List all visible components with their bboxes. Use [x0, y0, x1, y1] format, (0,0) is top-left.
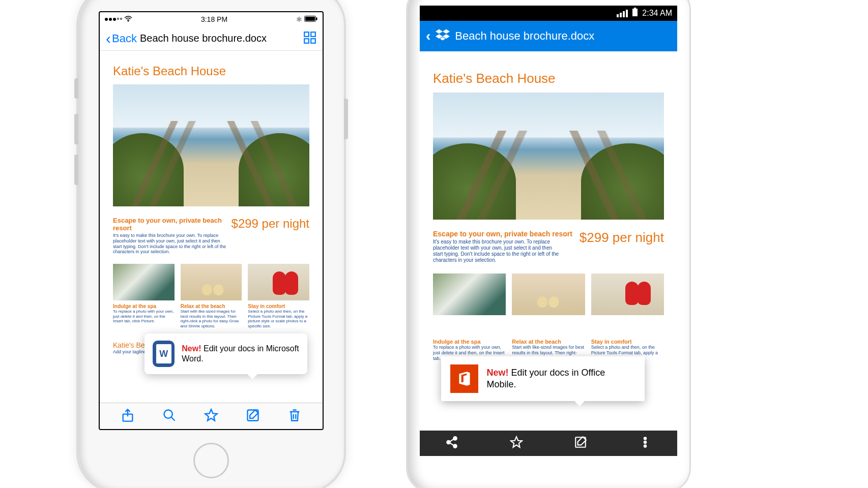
share-button[interactable]	[445, 436, 458, 451]
thumb-caption: Stay in comfort	[591, 339, 664, 345]
back-button[interactable]: ‹	[426, 28, 430, 44]
chevron-left-icon: ‹	[106, 35, 111, 42]
search-button[interactable]	[162, 408, 177, 424]
dropbox-icon	[436, 27, 450, 45]
status-time: 2:34 AM	[642, 9, 672, 18]
android-status-bar: 2:34 AM	[420, 6, 677, 21]
thumb-image	[181, 264, 242, 300]
svg-rect-5	[311, 32, 315, 37]
hero-image	[433, 93, 664, 220]
thumb-beach: Relax at the beach Start with like-sized…	[181, 264, 242, 328]
nav-title: Beach house brochure.docx	[140, 33, 300, 44]
svg-point-9	[164, 410, 172, 418]
favorite-button[interactable]	[204, 408, 218, 424]
svg-rect-4	[304, 32, 309, 37]
thumb-spa: Indulge at the spa To replace a photo wi…	[113, 264, 175, 328]
signal-dots-icon	[105, 18, 122, 21]
svg-point-18	[644, 441, 646, 443]
svg-rect-3	[316, 18, 317, 20]
escape-heading: Escape to your own, private beach resort	[113, 217, 232, 232]
word-app-icon: W	[153, 341, 175, 367]
ios-toolbar	[100, 403, 323, 429]
svg-point-17	[644, 437, 646, 439]
edit-button[interactable]	[246, 408, 260, 424]
svg-point-0	[128, 20, 129, 21]
thumb-comfort: Stay in comfort Select a photo and then,…	[248, 264, 309, 328]
android-nav-bar: ‹ Beach house brochure.docx	[420, 21, 677, 51]
thumb-desc: Start with like-sized images for best re…	[181, 309, 242, 328]
edit-in-office-tooltip[interactable]: New! Edit your docs in Office Mobile.	[441, 356, 645, 401]
ios-status-bar: 3:18 PM ✱	[100, 12, 323, 26]
ios-screen: 3:18 PM ✱ ‹ Back Beach house brochure.do…	[99, 11, 324, 430]
doc-title: Katie's Beach House	[113, 64, 309, 78]
ios-nav-bar: ‹ Back Beach house brochure.docx	[100, 26, 323, 51]
thumb-image	[248, 264, 309, 300]
svg-point-19	[644, 445, 646, 447]
thumb-image	[591, 273, 664, 315]
bluetooth-icon: ✱	[296, 15, 302, 23]
thumb-spa: Indulge at the spa To replace a photo wi…	[433, 273, 506, 361]
thumb-caption: Indulge at the spa	[113, 303, 175, 309]
thumb-image	[433, 273, 506, 315]
android-toolbar	[420, 431, 677, 456]
price-text: $299 per night	[580, 230, 664, 246]
back-button[interactable]: ‹ Back	[106, 32, 137, 45]
escape-body: It's easy to make this brochure your own…	[433, 239, 560, 263]
thumb-image	[512, 273, 585, 315]
hero-image	[113, 84, 309, 206]
thumb-desc: Select a photo and then, on the Picture …	[248, 309, 309, 328]
thumb-comfort: Stay in comfort Select a photo and then,…	[591, 273, 664, 361]
tooltip-message: New! Edit your docs in Office Mobile.	[486, 367, 635, 391]
thumb-caption: Stay in comfort	[248, 303, 309, 309]
signal-icon	[617, 10, 628, 17]
grid-view-button[interactable]	[303, 31, 316, 46]
iphone-frame: 3:18 PM ✱ ‹ Back Beach house brochure.do…	[76, 0, 346, 488]
status-time: 3:18 PM	[201, 15, 227, 23]
back-label: Back	[112, 32, 137, 45]
escape-body: It's easy to make this brochure your own…	[113, 233, 230, 255]
svg-rect-7	[311, 39, 315, 43]
edit-button[interactable]	[574, 436, 587, 451]
battery-icon	[304, 15, 317, 23]
office-app-icon	[450, 364, 478, 393]
android-screen: 2:34 AM ‹ Beach house brochure.docx Kati…	[420, 6, 677, 456]
svg-rect-12	[634, 8, 636, 9]
wifi-icon	[124, 15, 132, 23]
price-text: $299 per night	[232, 217, 309, 231]
thumb-desc: To replace a photo with your own, just d…	[113, 309, 175, 324]
thumb-caption: Relax at the beach	[181, 303, 242, 309]
share-button[interactable]	[121, 408, 135, 424]
thumb-beach: Relax at the beach Start with like-sized…	[512, 273, 585, 361]
home-button[interactable]	[193, 443, 229, 478]
overflow-menu-button[interactable]	[639, 436, 652, 451]
doc-title: Katie's Beach House	[433, 71, 664, 86]
thumb-caption: Indulge at the spa	[433, 339, 506, 345]
document-preview: Katie's Beach House Escape to your own, …	[420, 51, 677, 431]
thumb-image	[113, 264, 175, 300]
svg-rect-6	[304, 39, 309, 43]
thumb-caption: Relax at the beach	[512, 339, 585, 345]
delete-button[interactable]	[287, 408, 302, 424]
svg-rect-2	[305, 17, 315, 21]
tooltip-new: New!	[486, 368, 508, 378]
document-preview: Katie's Beach House Escape to your own, …	[100, 51, 323, 403]
escape-heading: Escape to your own, private beach resort	[433, 230, 580, 238]
edit-in-word-tooltip[interactable]: W New! Edit your docs in Microsoft Word.	[144, 333, 307, 374]
favorite-button[interactable]	[510, 436, 523, 451]
battery-icon	[632, 8, 638, 19]
svg-rect-11	[632, 9, 638, 16]
tooltip-new: New!	[182, 344, 201, 353]
tooltip-message: New! Edit your docs in Microsoft Word.	[182, 344, 299, 364]
nav-title: Beach house brochure.docx	[455, 29, 594, 43]
android-frame: 2:34 AM ‹ Beach house brochure.docx Kati…	[406, 0, 691, 488]
